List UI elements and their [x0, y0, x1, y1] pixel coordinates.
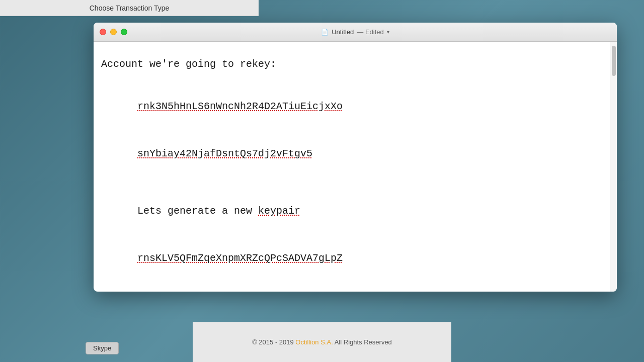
title-bar: 📄 Untitled — Edited ▾ — [94, 23, 617, 42]
chevron-down-icon: ▾ — [387, 29, 389, 35]
spacer-1 — [101, 74, 590, 84]
content-line-5: rnsKLV5QFmZqeXnpmXRZcQPcSADVA7gLpZ — [101, 236, 590, 281]
editor-content[interactable]: Account we're going to rekey: rnk3N5hHnL… — [94, 42, 610, 292]
spacer-2 — [101, 178, 590, 189]
traffic-lights — [100, 29, 127, 35]
content-line-4: Lets generate a new keypair — [101, 189, 590, 234]
content-line-1: Account we're going to rekey: — [101, 57, 590, 72]
bottom-bar-text: © 2015 - 2019 Octillion S.A. All Rights … — [252, 338, 392, 346]
mac-window: 📄 Untitled — Edited ▾ Account we're goin… — [94, 23, 617, 292]
content-line-3: snYbiay42NjafDsntQs7dj2vFtgv5 — [101, 131, 590, 176]
skype-button[interactable]: Skype — [86, 342, 119, 354]
window-title: 📄 Untitled — Edited ▾ — [321, 28, 389, 36]
maximize-button[interactable] — [121, 29, 127, 35]
account-address-2: snYbiay42NjafDsntQs7dj2vFtgv5 — [137, 148, 312, 159]
content-line-6: snPhxrcNwqxw2EiLjUG4KhLTzR379 — [101, 283, 590, 292]
window-title-name: Untitled — [332, 28, 354, 36]
window-edited-label: — Edited — [357, 28, 383, 36]
keypair-label-text: Lets generate a new — [137, 205, 258, 217]
keypair-word: keypair — [258, 205, 300, 217]
scrollbar[interactable] — [610, 42, 617, 292]
scrollbar-thumb[interactable] — [612, 46, 616, 76]
company-link[interactable]: Octillion S.A. — [295, 338, 333, 346]
content-line-2: rnk3N5hHnLS6nWncNh2R4D2ATiuEicjxXo — [101, 84, 590, 129]
rights-text: All Rights Reserved — [335, 338, 392, 346]
copyright-text: © 2015 - 2019 — [252, 338, 295, 346]
new-key-address-1: rnsKLV5QFmZqeXnpmXRZcQPcSADVA7gLpZ — [137, 252, 343, 264]
document-icon: 📄 — [321, 29, 329, 36]
top-bar: Choose Transaction Type — [0, 0, 259, 16]
close-button[interactable] — [100, 29, 106, 35]
top-bar-title: Choose Transaction Type — [90, 4, 170, 12]
account-address-1: rnk3N5hHnLS6nWncNh2R4D2ATiuEicjxXo — [137, 101, 343, 112]
minimize-button[interactable] — [110, 29, 117, 35]
bottom-bar: © 2015 - 2019 Octillion S.A. All Rights … — [193, 322, 451, 362]
